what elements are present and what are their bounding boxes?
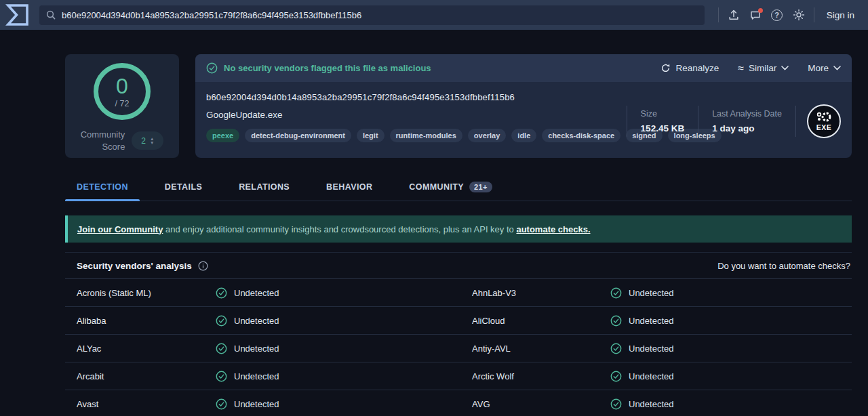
community-vote-widget[interactable]: 2 ▲ ▼ [132,131,163,150]
virustotal-logo-icon[interactable] [5,3,30,27]
tag-legit[interactable]: legit [357,129,384,142]
vendor-result: Undetected [610,398,852,410]
result-label: Undetected [234,371,279,381]
reanalyze-button[interactable]: Reanalyze [660,63,719,73]
file-name[interactable]: GoogleUpdate.exe [206,110,627,120]
more-button[interactable]: More [808,63,841,73]
tab-behavior[interactable]: BEHAVIOR [315,173,384,201]
tab-detection[interactable]: DETECTION [65,173,140,201]
tag-checks-disk-space[interactable]: checks-disk-space [542,129,620,142]
main-content: 0 / 72 Community Score 2 ▲ ▼ [0,30,868,416]
similar-icon: ≈ [738,65,744,72]
vendor-result: Undetected [610,315,852,327]
join-community-link[interactable]: Join our Community [77,224,163,234]
vendor-name: Antiy-AVL [472,344,610,354]
vendor-name: Alibaba [77,316,216,326]
check-circle-icon [216,343,227,354]
feedback-icon[interactable] [745,4,766,26]
status-message: No security vendors flagged this file as… [224,63,431,73]
last-analysis-label: Last Analysis Date [712,109,782,119]
banner-text: and enjoy additional community insights … [163,224,516,234]
vendor-result: Undetected [216,287,472,299]
file-tags: peexe detect-debug-environment legit run… [206,129,627,142]
vendor-result: Undetected [216,371,472,382]
search-icon [46,10,56,20]
file-header-card: No security vendors flagged this file as… [195,54,852,158]
notification-dot [758,8,763,13]
check-circle-icon [216,315,227,327]
check-circle-icon [206,62,218,74]
tab-community[interactable]: COMMUNITY 21+ [397,173,504,201]
automate-checks-question[interactable]: Do you want to automate checks? [717,261,850,271]
result-label: Undetected [234,316,279,326]
vote-down-icon[interactable]: ▼ [150,141,154,145]
table-row: ALYac Undetected Antiy-AVL Undetected [65,335,852,362]
similar-button[interactable]: ≈ Similar [738,63,789,73]
community-banner: Join our Community and enjoy additional … [65,215,852,243]
question-mark-icon: ? [771,9,783,21]
search-input[interactable] [62,10,698,20]
file-type-exe-icon: EXE [807,104,841,138]
check-circle-icon [610,287,622,299]
theme-toggle-icon[interactable] [788,4,810,26]
upload-icon[interactable] [723,4,745,26]
automate-checks-link[interactable]: automate checks. [516,224,590,234]
table-row: Arcabit Undetected Arctic Wolf Undetecte… [65,362,852,390]
chevron-down-icon [833,66,841,70]
tab-relations[interactable]: RELATIONS [227,173,301,201]
check-circle-icon [610,398,622,410]
vendor-result: Undetected [610,287,852,299]
result-label: Undetected [234,399,279,409]
chevron-down-icon [781,66,789,70]
detection-ring: 0 / 72 [94,63,151,120]
info-icon[interactable] [198,261,208,271]
result-label: Undetected [234,344,279,354]
file-type-label: EXE [816,123,832,131]
top-bar: ? Sign in [0,0,868,30]
vendor-result: Undetected [610,371,852,382]
size-label: Size [641,109,685,119]
help-icon[interactable]: ? [766,4,788,26]
status-strip: No security vendors flagged this file as… [195,54,852,82]
check-circle-icon [216,398,227,410]
vendor-name: Arctic Wolf [472,371,610,381]
community-votes-count: 2 [141,136,146,146]
vendor-name: AliCloud [472,316,610,326]
check-circle-icon [610,343,622,354]
size-value: 152.45 KB [641,123,685,133]
tag-detect-debug-environment[interactable]: detect-debug-environment [245,129,351,142]
result-label: Undetected [234,288,279,298]
vendor-name: AVG [472,399,610,409]
result-label: Undetected [629,371,674,381]
tag-overlay[interactable]: overlay [468,129,507,142]
result-label: Undetected [629,344,674,354]
tab-details[interactable]: DETAILS [153,173,214,201]
vendor-name: ALYac [77,344,216,354]
vendor-result: Undetected [216,343,472,354]
file-hash[interactable]: b60e92004d394d0b14a8953a2ba29951c79f2f8a… [206,92,627,102]
vendor-result: Undetected [216,315,472,327]
table-row: Acronis (Static ML) Undetected AhnLab-V3… [65,279,852,307]
vendor-result: Undetected [610,343,852,354]
table-row: Alibaba Undetected AliCloud Undetected [65,307,852,335]
result-label: Undetected [629,399,674,409]
detections-count: 0 [116,75,128,97]
divider [795,106,796,137]
vendor-name: Acronis (Static ML) [77,288,216,298]
vendor-result: Undetected [216,398,472,410]
table-row: Avast Undetected AVG Undetected [65,390,852,416]
check-circle-icon [216,371,227,382]
sign-in-button[interactable]: Sign in [827,10,854,20]
vendors-section-header: Security vendors' analysis Do you want t… [65,252,852,279]
divider [814,7,814,22]
check-circle-icon [610,371,622,382]
tag-peexe[interactable]: peexe [206,129,239,142]
vendor-name: Arcabit [77,371,216,381]
section-title: Security vendors' analysis [77,261,192,271]
check-circle-icon [610,315,622,327]
result-label: Undetected [629,288,674,298]
tag-runtime-modules[interactable]: runtime-modules [390,129,462,142]
tag-idle[interactable]: idle [511,129,536,142]
search-bar[interactable] [39,5,705,25]
check-circle-icon [216,287,227,299]
